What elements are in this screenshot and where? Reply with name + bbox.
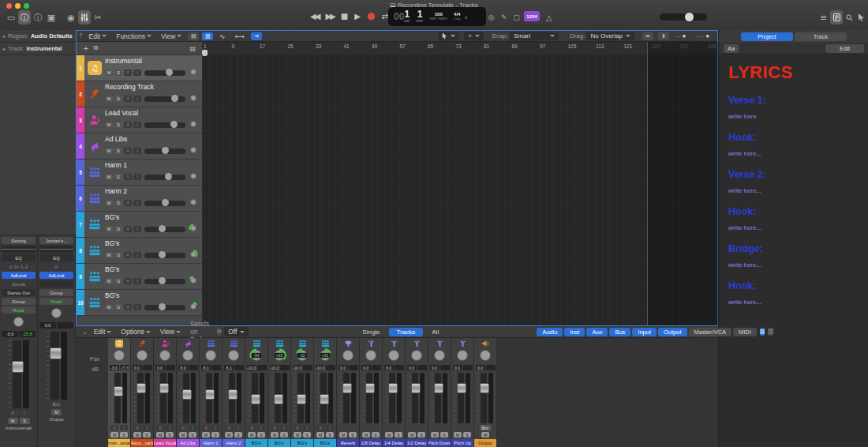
view-button-single[interactable]: Single bbox=[354, 328, 387, 336]
channel-pan-knob[interactable] bbox=[135, 348, 149, 364]
mixer-channel-strip[interactable]: +63-10.0RIMSBG's bbox=[268, 338, 291, 447]
mute-solo-button[interactable]: S bbox=[20, 418, 30, 424]
eq-label[interactable]: EQ bbox=[39, 254, 73, 261]
mute-button[interactable]: M bbox=[454, 432, 462, 438]
mixer-channel-strip[interactable]: +31-10.0RIMSBG's bbox=[314, 338, 337, 447]
record-enable-button[interactable]: R bbox=[156, 425, 164, 430]
mixer-channel-strip[interactable]: 0.0MSPitch Down bbox=[428, 338, 451, 447]
notepad-edit-button[interactable]: Edit bbox=[825, 44, 864, 53]
channel-fader[interactable] bbox=[203, 373, 219, 423]
fader-track[interactable] bbox=[137, 373, 144, 423]
input-monitor-button[interactable]: I bbox=[133, 96, 141, 102]
channel-name[interactable]: BG's bbox=[245, 439, 268, 447]
pointer-tool-menu[interactable] bbox=[438, 32, 459, 40]
power-icon[interactable]: ⏻ bbox=[217, 328, 221, 336]
fader-cap[interactable] bbox=[365, 383, 375, 393]
snap-value[interactable]: Smart bbox=[510, 32, 559, 40]
output-routing[interactable]: Stereo Out bbox=[2, 289, 36, 296]
automation-mode[interactable]: Read bbox=[2, 306, 36, 314]
hide-mixer-icon[interactable]: ⌄ bbox=[82, 329, 88, 336]
record-enable-button[interactable]: R bbox=[124, 200, 132, 206]
quick-help-pointer-icon[interactable] bbox=[855, 10, 867, 24]
record-enable-button[interactable]: R bbox=[202, 425, 210, 430]
input-monitor-button[interactable]: I bbox=[189, 425, 196, 430]
track-pan-knob[interactable] bbox=[189, 222, 198, 236]
mixer-channel-strip[interactable]: 0.0RIMSReco...rack bbox=[131, 338, 154, 447]
input-monitor-button[interactable]: I bbox=[257, 425, 265, 430]
track-volume-slider[interactable] bbox=[144, 279, 185, 284]
channel-pan-knob[interactable] bbox=[112, 348, 126, 364]
fader-track[interactable] bbox=[183, 373, 189, 423]
track-pan-knob[interactable] bbox=[189, 300, 198, 314]
channel-pan-knob[interactable]: +63 bbox=[272, 348, 286, 364]
rewind-button[interactable]: ◀◀ bbox=[310, 12, 319, 21]
fader-track[interactable] bbox=[13, 340, 21, 408]
track-header-row[interactable]: 5Harm 1MSRI bbox=[77, 160, 202, 186]
input-monitor-button[interactable]: I bbox=[326, 425, 334, 430]
replace-icon[interactable]: ▢ bbox=[511, 10, 522, 24]
mute-button[interactable]: M bbox=[408, 432, 416, 438]
db-value[interactable]: 0.0 bbox=[453, 365, 462, 370]
volume-thumb[interactable] bbox=[170, 121, 178, 128]
region-view-toggle-icon[interactable]: ▥ bbox=[202, 32, 213, 40]
input-monitor-button[interactable]: I bbox=[143, 425, 151, 430]
record-enable-button[interactable]: R bbox=[124, 148, 132, 154]
mute-button[interactable]: M bbox=[105, 304, 113, 310]
solo-button[interactable]: S bbox=[395, 432, 402, 438]
input-monitor-button[interactable]: I bbox=[120, 425, 128, 430]
track-header-row[interactable]: 7BG'sMSRI bbox=[77, 212, 202, 238]
db-value[interactable]: 0.0 bbox=[430, 365, 440, 370]
view-button-tracks[interactable]: Tracks bbox=[389, 328, 424, 336]
fader-track[interactable] bbox=[51, 332, 59, 400]
track-header-row[interactable]: 9BG'sMSRI bbox=[77, 264, 202, 290]
view-button-all[interactable]: All bbox=[424, 328, 447, 336]
lcd-display[interactable]: 00 1BAR 1BEAT 100KEEP TEMPO 4/4Cmaj ∨ bbox=[388, 7, 486, 26]
arrange-menu-functions[interactable]: Functions bbox=[113, 32, 155, 40]
channel-fader[interactable] bbox=[39, 330, 73, 400]
channel-pan-knob[interactable] bbox=[478, 348, 492, 364]
region-inspector-header[interactable]: ▸ Region:Audio Defaults bbox=[0, 30, 76, 43]
track-pan-knob[interactable] bbox=[189, 274, 198, 288]
channel-fader[interactable] bbox=[134, 373, 150, 423]
channel-fader[interactable] bbox=[2, 339, 36, 408]
fader-cap[interactable] bbox=[457, 383, 466, 393]
metronome-icon[interactable]: △ bbox=[543, 10, 555, 24]
channel-pan-knob[interactable] bbox=[341, 348, 355, 364]
channel-name[interactable]: Ad Libs bbox=[177, 439, 199, 447]
play-button[interactable]: ▶ bbox=[354, 12, 361, 21]
cycle-button[interactable]: ⇄ bbox=[381, 12, 387, 21]
volume-thumb[interactable] bbox=[159, 277, 166, 284]
channel-name[interactable]: 1/2 Delay bbox=[406, 439, 428, 447]
mixer-channel-strip[interactable]: -5.1RIMSHarm 2 bbox=[223, 338, 245, 447]
channel-name[interactable]: Pitch Down bbox=[428, 439, 451, 447]
fader-cap[interactable] bbox=[388, 383, 398, 393]
channel-pan-knob[interactable] bbox=[364, 348, 378, 364]
record-enable-button[interactable]: R bbox=[124, 304, 132, 310]
track-volume-slider[interactable] bbox=[144, 70, 185, 76]
fader-track[interactable] bbox=[252, 373, 258, 423]
input-monitor-button[interactable]: I bbox=[133, 122, 141, 128]
fader-cap[interactable] bbox=[342, 383, 352, 393]
track-name[interactable]: BG's bbox=[105, 213, 202, 221]
track-volume-slider[interactable] bbox=[144, 122, 185, 128]
solo-button[interactable]: S bbox=[114, 69, 122, 76]
solo-button[interactable]: S bbox=[280, 432, 288, 438]
record-enable-button[interactable]: R bbox=[179, 425, 187, 430]
audio-fx-plugin[interactable]: AdLimit bbox=[2, 272, 36, 279]
track-header-row[interactable]: 10BG'sMSRI bbox=[77, 290, 202, 316]
solo-button[interactable]: S bbox=[114, 96, 122, 102]
mute-button[interactable]: M bbox=[156, 432, 164, 438]
mute-solo-button[interactable]: M bbox=[51, 409, 62, 415]
record-enable-button[interactable]: R bbox=[294, 425, 301, 430]
track-pan-knob[interactable] bbox=[189, 144, 198, 158]
playhead[interactable] bbox=[202, 50, 208, 56]
db-value[interactable]: -5.1 bbox=[201, 365, 211, 370]
notepad-text-area[interactable]: LYRICS Verse 1:write hereHook:write here… bbox=[719, 54, 868, 314]
filter-button-master-vca[interactable]: Master/VCA bbox=[689, 328, 731, 336]
volume-thumb[interactable] bbox=[166, 69, 173, 76]
channel-fader[interactable] bbox=[432, 373, 447, 423]
mixer-channel-strip[interactable]: 0.0RIMSLead Vocal bbox=[154, 338, 177, 447]
solo-button[interactable]: S bbox=[349, 432, 357, 438]
drag-menu[interactable]: Drag:No Overlap bbox=[567, 32, 638, 40]
input-monitor-button[interactable]: I bbox=[133, 174, 141, 180]
